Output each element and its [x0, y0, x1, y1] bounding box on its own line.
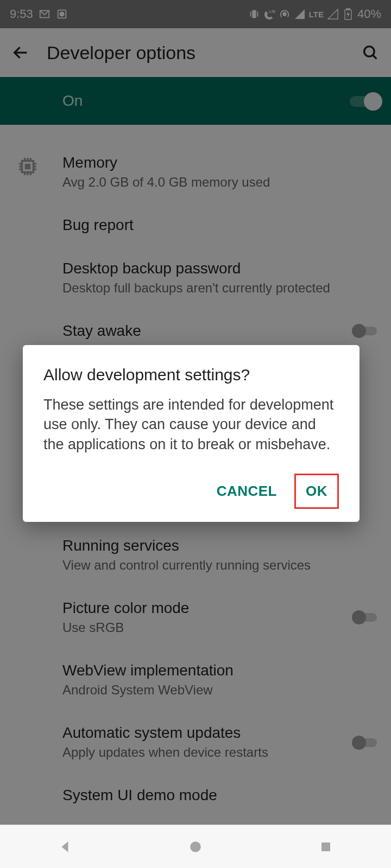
dialog-title: Allow development settings?: [43, 366, 339, 384]
cancel-button[interactable]: CANCEL: [207, 475, 287, 507]
nav-home-button[interactable]: [185, 836, 206, 858]
dev-settings-dialog: Allow development settings? These settin…: [23, 345, 360, 522]
svg-rect-14: [321, 843, 330, 851]
navigation-bar: [0, 825, 391, 868]
ok-highlight: OK: [294, 474, 339, 509]
nav-back-button[interactable]: [54, 836, 76, 858]
dialog-body: These settings are intended for developm…: [43, 395, 339, 454]
nav-recent-button[interactable]: [315, 836, 337, 858]
svg-point-13: [190, 841, 201, 852]
ok-button[interactable]: OK: [296, 475, 337, 507]
